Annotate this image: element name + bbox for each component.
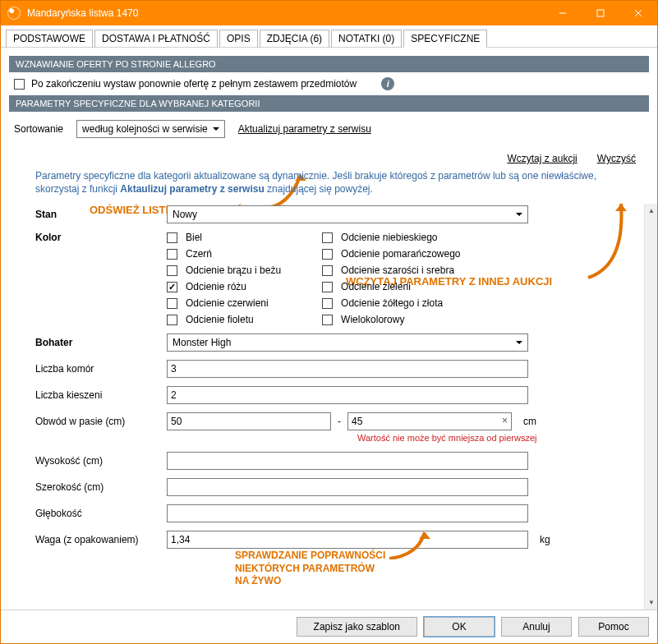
label-kolor: Kolor [35, 232, 167, 243]
color-option[interactable]: Czerń [167, 248, 281, 260]
color-checkbox[interactable] [167, 249, 177, 260]
content: WZNAWIANIE OFERTY PO STRONIE ALLEGRO Po … [1, 48, 657, 610]
tab-1[interactable]: DOSTAWA I PŁATNOŚĆ [94, 30, 218, 48]
waga-unit: kg [540, 534, 550, 545]
color-checkbox[interactable] [167, 315, 177, 325]
wys-input[interactable] [167, 452, 528, 470]
tab-4[interactable]: NOTATKI (0) [331, 30, 402, 48]
label-stan: Stan [35, 209, 167, 220]
color-checkbox[interactable] [322, 265, 333, 276]
color-label: Odcienie szarości i srebra [341, 264, 454, 276]
color-label: Czerń [186, 248, 212, 260]
color-option[interactable]: Odcienie fioletu [167, 314, 281, 325]
renew-checkbox[interactable] [14, 79, 25, 90]
color-checkbox[interactable] [322, 315, 333, 325]
color-checkbox[interactable] [322, 232, 333, 243]
label-kiesz: Liczba kieszeni [35, 389, 167, 401]
label-obwod: Obwód w pasie (cm) [35, 416, 167, 427]
vertical-scrollbar[interactable]: ▲ ▼ [644, 204, 657, 610]
params-description: Parametry specyficzne dla kategorii aktu… [35, 169, 621, 196]
color-checkbox[interactable] [322, 249, 333, 260]
color-option[interactable]: Odcienie zieleni [322, 281, 460, 292]
app-window: Mandaryńska listwa 1470 PODSTAWOWEDOSTAW… [0, 0, 658, 644]
color-label: Odcienie brązu i beżu [186, 264, 281, 276]
color-checkbox[interactable] [322, 282, 333, 292]
color-checkbox[interactable] [167, 298, 177, 309]
szer-input[interactable] [167, 478, 528, 496]
color-label: Odcienie pomarańczowego [341, 248, 460, 260]
color-option[interactable]: Biel [167, 232, 281, 243]
maximize-button[interactable] [582, 1, 619, 25]
section-header-params: PARAMETRY SPECYFICZNE DLA WYBRANEJ KATEG… [9, 95, 649, 112]
label-komor: Liczba komór [35, 363, 167, 375]
bohater-select[interactable]: Monster High [167, 334, 528, 352]
window-title: Mandaryńska listwa 1470 [27, 7, 544, 19]
cancel-button[interactable]: Anuluj [501, 617, 572, 637]
tab-5[interactable]: SPECYFICZNE [403, 30, 487, 48]
app-logo-icon [7, 7, 21, 20]
label-szer: Szerokość (cm) [35, 481, 167, 493]
ok-button[interactable]: OK [424, 617, 495, 637]
color-option[interactable]: Odcienie brązu i beżu [167, 264, 281, 276]
obwod-to-input[interactable] [347, 412, 512, 430]
dialog-footer: Zapisz jako szablon OK Anuluj Pomoc [1, 610, 657, 643]
color-label: Biel [186, 232, 202, 243]
save-template-button[interactable]: Zapisz jako szablon [297, 617, 417, 637]
svg-rect-1 [597, 10, 604, 16]
color-option[interactable]: Odcienie pomarańczowego [322, 248, 460, 260]
refresh-params-link[interactable]: Aktualizuj parametry z serwisu [238, 123, 371, 135]
label-waga: Waga (z opakowaniem) [35, 534, 167, 545]
color-label: Odcienie różu [186, 281, 246, 292]
label-gleb: Głębokość [35, 508, 167, 519]
scroll-down-icon[interactable]: ▼ [645, 596, 658, 610]
color-option[interactable]: Odcienie żółtego i złota [322, 297, 460, 309]
color-label: Odcienie czerwieni [186, 297, 269, 309]
waga-input[interactable] [167, 531, 528, 549]
tab-0[interactable]: PODSTAWOWE [6, 30, 93, 48]
clear-link[interactable]: Wyczyść [597, 153, 636, 164]
color-option[interactable]: Odcienie niebieskiego [322, 232, 460, 243]
tabs-bar: PODSTAWOWEDOSTAWA I PŁATNOŚĆOPISZDJĘCIA … [1, 25, 657, 48]
sort-select[interactable]: według kolejności w serwisie [76, 120, 225, 138]
obwod-unit: cm [523, 416, 536, 427]
komor-input[interactable] [167, 360, 528, 378]
color-checkbox[interactable] [322, 298, 333, 309]
help-button[interactable]: Pomoc [578, 617, 649, 637]
color-checkbox[interactable] [167, 232, 177, 243]
color-checkbox[interactable] [167, 265, 177, 276]
color-option[interactable]: Odcienie czerwieni [167, 297, 281, 309]
scroll-up-icon[interactable]: ▲ [645, 204, 658, 218]
color-option[interactable]: Odcienie szarości i srebra [322, 264, 460, 276]
color-checkbox[interactable] [167, 282, 177, 292]
color-option[interactable]: Wielokolorowy [322, 314, 460, 325]
label-bohater: Bohater [35, 337, 167, 348]
info-icon[interactable]: i [381, 77, 394, 90]
load-from-auction-link[interactable]: Wczytaj z aukcji [507, 153, 577, 164]
annotation-validate: SPRAWDZANIE POPRAWNOŚCI NIEKTÓRYCH PARAM… [235, 550, 385, 588]
label-wys: Wysokość (cm) [35, 455, 167, 467]
tab-2[interactable]: OPIS [219, 30, 258, 48]
stan-select[interactable]: Nowy [167, 205, 528, 223]
section-header-renew: WZNAWIANIE OFERTY PO STRONIE ALLEGRO [9, 56, 649, 72]
tab-3[interactable]: ZDJĘCIA (6) [260, 30, 329, 48]
obwod-from-input[interactable] [167, 412, 331, 430]
color-label: Odcienie niebieskiego [341, 232, 437, 243]
color-label: Odcienie żółtego i złota [341, 297, 443, 309]
color-label: Odcienie fioletu [186, 314, 254, 325]
color-option[interactable]: Odcienie różu [167, 281, 281, 292]
clear-input-icon[interactable]: × [502, 415, 508, 426]
close-button[interactable] [619, 1, 657, 25]
renew-checkbox-label: Po zakończeniu wystaw ponownie ofertę z … [31, 78, 357, 90]
titlebar: Mandaryńska listwa 1470 [1, 1, 657, 25]
obwod-error: Wartość nie może być mniejsza od pierwsz… [357, 433, 536, 443]
color-label: Wielokolorowy [341, 314, 404, 325]
minimize-button[interactable] [544, 1, 582, 25]
sort-label: Sortowanie [14, 123, 63, 135]
gleb-input[interactable] [167, 504, 528, 522]
kiesz-input[interactable] [167, 386, 528, 404]
color-label: Odcienie zieleni [341, 281, 411, 292]
